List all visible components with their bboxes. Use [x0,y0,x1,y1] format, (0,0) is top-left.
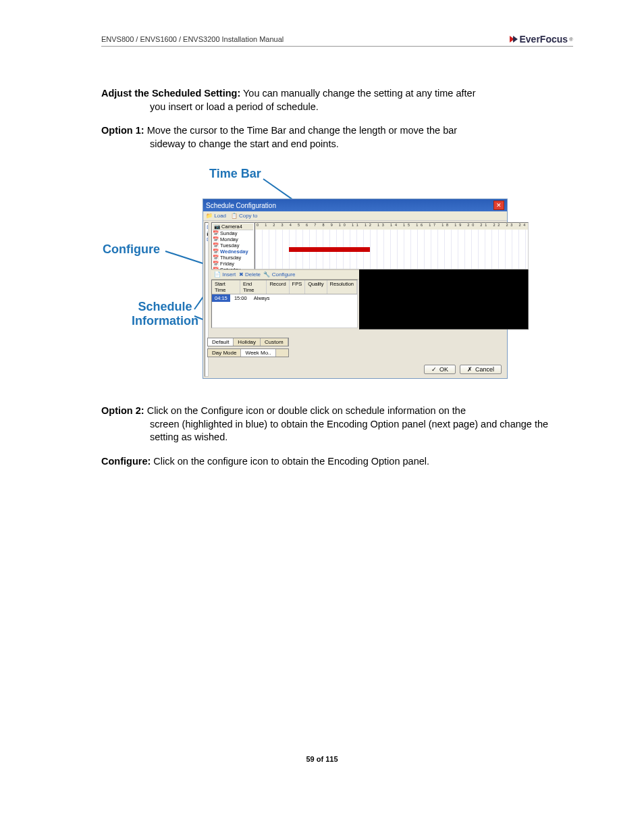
para-configure-rest: Click on the configure icon to obtain th… [151,456,429,467]
logo-arrow-icon [509,34,518,44]
window-title: Schedule Configuration [206,202,276,209]
para-option2-bold: Option 2: [101,405,144,416]
callout-schedule-l2: Information [132,314,198,328]
para-configure-bold: Configure: [101,456,151,467]
callout-schedule-l1: Schedule [138,300,192,313]
para-option1: Option 1: Move the cursor to the Time Ba… [101,124,573,151]
table-row[interactable]: 04:15 15:00 Always [212,294,357,302]
para-configure: Configure: Click on the configure icon t… [101,455,573,469]
para-option2-rest: Click on the Configure icon or double cl… [144,405,466,416]
callout-schedule: Schedule Information [132,300,198,328]
callout-timebar: Time Bar [209,167,261,181]
bottom-tabs: Default Holiday Custom Day Mode Week Mo.… [207,338,289,359]
schedule-bar[interactable] [289,247,370,252]
tab-holiday[interactable]: Holiday [234,338,261,346]
toolbar-load[interactable]: Load [214,213,226,219]
x-icon: ✗ [467,366,473,373]
check-icon: ✓ [431,366,437,373]
para-adjust: Adjust the Scheduled Setting: You can ma… [101,87,573,113]
preview-pane [359,267,529,330]
page-footer: 59 of 115 [0,755,644,763]
titlebar: Schedule Configuration ✕ [203,199,507,211]
cancel-button[interactable]: ✗Cancel [460,365,502,374]
cell-end: 15:00 [232,294,250,302]
para-option1-bold: Option 1: [101,125,144,136]
table-header: Start Time End Time Record FPS Quality R… [212,280,357,294]
cell-record: Always [251,294,273,302]
schedule-config-window: Schedule Configuration ✕ 📁 Load 📋 Copy t… [203,199,508,379]
para-adjust-rest: You can manually change the setting at a… [240,88,475,99]
page-header: ENVS800 / ENVS1600 / ENVS3200 Installati… [101,34,573,47]
window-toolbar: 📁 Load 📋 Copy to [203,211,507,221]
para-option1-rest: Move the cursor to the Time Bar and chan… [144,125,457,136]
tab-default[interactable]: Default [208,338,234,346]
para-adjust-bold: Adjust the Scheduled Setting: [101,88,240,99]
schedule-table[interactable]: Start Time End Time Record FPS Quality R… [211,280,358,328]
toolbar-copyto[interactable]: Copy to [239,213,258,219]
logo-text: EverFocus [520,34,568,45]
day-column: 📷 Camera4 📅 Sunday 📅 Monday 📅 Tuesday 📅 … [211,222,254,269]
ok-button[interactable]: ✓OK [424,365,456,374]
cell-start: 04:15 [212,294,230,302]
time-bar-grid[interactable]: 0 1 2 3 4 5 6 7 8 9 10 11 12 13 14 15 16… [254,222,529,269]
tab-week-mode[interactable]: Week Mo.. [241,349,275,357]
insert-button[interactable]: Insert [222,271,236,278]
header-title: ENVS800 / ENVS1600 / ENVS3200 Installati… [101,35,284,43]
logo-reg: ® [569,36,573,43]
para-option2: Option 2: Click on the Configure icon or… [101,405,573,444]
tab-custom[interactable]: Custom [261,338,288,346]
callout-configure: Configure [103,242,160,257]
para-adjust-indent: you insert or load a period of schedule. [101,101,573,114]
close-icon[interactable]: ✕ [493,201,504,210]
screenshot-diagram: Time Bar Configure Schedule Information … [95,161,573,384]
configure-button[interactable]: Configure [272,271,296,278]
tab-day-mode[interactable]: Day Mode [208,349,241,357]
delete-button[interactable]: Delete [245,271,261,278]
brand-logo: EverFocus ® [509,34,574,45]
